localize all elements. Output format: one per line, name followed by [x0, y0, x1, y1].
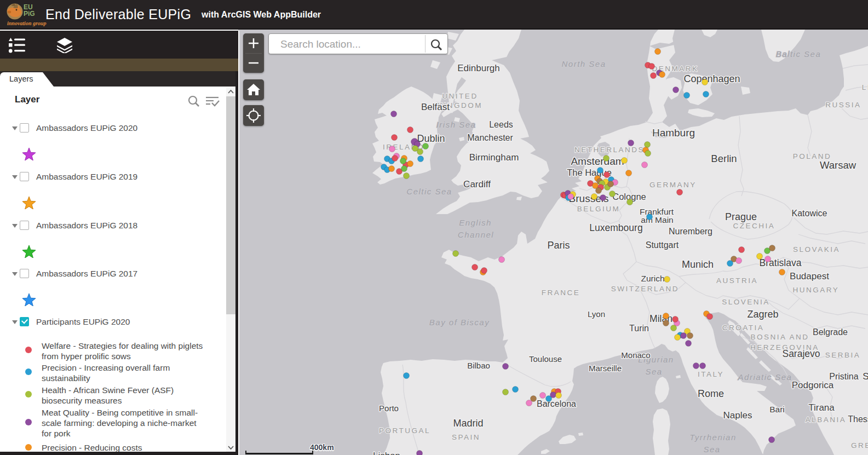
svg-text:Budapest: Budapest [790, 271, 829, 281]
svg-text:Lisbon: Lisbon [373, 451, 400, 455]
svg-text:Leeds: Leeds [489, 120, 513, 129]
svg-text:Irish Sea: Irish Sea [436, 120, 476, 129]
svg-text:AUSTRIA: AUSTRIA [716, 277, 758, 285]
svg-text:Hamburg: Hamburg [652, 127, 695, 139]
svg-text:Paris: Paris [547, 240, 570, 251]
svg-text:Adriatic Sea: Adriatic Sea [738, 372, 792, 382]
svg-text:SWITZERLAND: SWITZERLAND [611, 285, 679, 293]
svg-text:Tyrrhenian: Tyrrhenian [689, 433, 737, 442]
svg-text:Belfast: Belfast [421, 102, 450, 112]
svg-text:Bay of Biscay: Bay of Biscay [429, 318, 490, 327]
svg-text:Porto: Porto [379, 404, 399, 413]
svg-text:S: S [863, 371, 868, 382]
svg-text:Sea: Sea [703, 445, 720, 454]
svg-text:Baltic Sea: Baltic Sea [776, 49, 821, 59]
svg-text:Sea: Sea [645, 367, 662, 376]
svg-text:CZECHIA: CZECHIA [733, 222, 775, 230]
svg-text:Birmingham: Birmingham [469, 152, 519, 163]
svg-text:North Sea: North Sea [561, 59, 606, 68]
svg-text:LI: LI [862, 83, 868, 91]
svg-text:PiG: PiG [24, 10, 35, 18]
svg-text:am Main: am Main [641, 215, 673, 224]
svg-text:Sarajevo: Sarajevo [782, 348, 820, 359]
svg-text:Cardiff: Cardiff [463, 179, 491, 189]
svg-text:SLOVENIA: SLOVENIA [722, 298, 770, 306]
svg-text:NETHERLANDS: NETHERLANDS [574, 146, 645, 154]
svg-text:Celtic Sea: Celtic Sea [406, 187, 452, 196]
svg-text:BELGIUM: BELGIUM [577, 205, 620, 213]
svg-text:Munich: Munich [682, 259, 714, 270]
svg-text:Katowice: Katowice [792, 209, 827, 218]
svg-text:Manchester: Manchester [467, 133, 513, 142]
svg-text:BOSNIA AND: BOSNIA AND [751, 333, 809, 341]
svg-text:Amsterdam: Amsterdam [571, 155, 624, 167]
svg-text:Turin: Turin [629, 324, 649, 333]
svg-text:SLOVAKIA: SLOVAKIA [793, 245, 840, 254]
svg-text:Bilbao: Bilbao [467, 361, 490, 370]
svg-text:ALBANIA: ALBANIA [806, 416, 847, 424]
svg-text:Monaco: Monaco [621, 350, 650, 360]
svg-text:GREECE: GREECE [851, 441, 868, 450]
svg-text:Rome: Rome [698, 388, 724, 399]
svg-text:HUNGARY: HUNGARY [793, 286, 840, 294]
svg-text:Belgrade: Belgrade [813, 327, 848, 337]
svg-text:Podgorica: Podgorica [792, 380, 834, 390]
svg-text:Bari: Bari [769, 405, 785, 414]
svg-text:Barcelona: Barcelona [537, 399, 576, 408]
svg-text:Berlin: Berlin [711, 153, 737, 164]
svg-text:CROATIA: CROATIA [722, 324, 764, 332]
svg-text:Madrid: Madrid [453, 418, 483, 429]
svg-text:Thess: Thess [848, 414, 868, 424]
svg-text:SERBIA: SERBIA [825, 351, 861, 359]
svg-text:Edinburgh: Edinburgh [457, 63, 500, 73]
svg-text:GERMANY: GERMANY [649, 181, 697, 189]
svg-text:Zagreb: Zagreb [747, 309, 778, 320]
svg-text:Channel: Channel [458, 230, 494, 239]
svg-text:ITALY: ITALY [698, 370, 724, 378]
svg-text:innovation group: innovation group [7, 20, 46, 26]
svg-text:Nuremberg: Nuremberg [669, 227, 712, 236]
svg-text:FRANCE: FRANCE [542, 289, 580, 297]
svg-text:UNITED: UNITED [442, 92, 478, 100]
svg-text:Warsaw: Warsaw [820, 159, 856, 171]
svg-text:Prague: Prague [725, 211, 757, 222]
svg-text:RUSSIA: RUSSIA [825, 101, 861, 109]
svg-text:Pristina: Pristina [829, 372, 858, 381]
svg-text:SPAIN: SPAIN [452, 433, 480, 441]
svg-text:PORTUGAL: PORTUGAL [379, 427, 430, 435]
svg-text:Marseille: Marseille [589, 364, 622, 373]
svg-text:Lyon: Lyon [588, 309, 605, 319]
svg-text:Zurich: Zurich [641, 274, 664, 283]
svg-text:Copenhagen: Copenhagen [683, 73, 740, 84]
svg-text:Luxembourg: Luxembourg [589, 222, 642, 233]
svg-text:Tirana: Tirana [808, 402, 835, 413]
svg-text:Stuttgart: Stuttgart [646, 240, 679, 250]
svg-text:Toulouse: Toulouse [529, 354, 562, 364]
svg-text:Dublin: Dublin [417, 133, 445, 144]
svg-text:Naples: Naples [723, 410, 752, 421]
svg-text:English: English [459, 218, 492, 227]
